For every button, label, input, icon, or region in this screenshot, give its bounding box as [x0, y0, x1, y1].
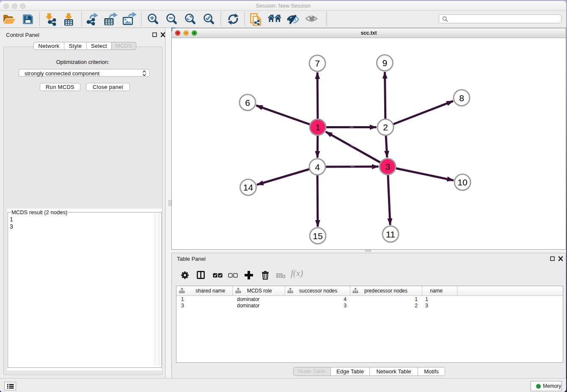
svg-text:14: 14 — [243, 182, 253, 192]
svg-text:9: 9 — [382, 58, 387, 68]
svg-text:4: 4 — [315, 162, 320, 172]
svg-text:10: 10 — [457, 177, 467, 187]
svg-text:15: 15 — [313, 231, 322, 241]
svg-text:2: 2 — [383, 122, 388, 132]
svg-text:1: 1 — [315, 122, 320, 132]
svg-text:11: 11 — [386, 229, 395, 239]
svg-text:6: 6 — [245, 98, 250, 108]
svg-text:7: 7 — [315, 58, 320, 68]
svg-text:8: 8 — [459, 93, 464, 103]
svg-text:3: 3 — [385, 162, 390, 171]
